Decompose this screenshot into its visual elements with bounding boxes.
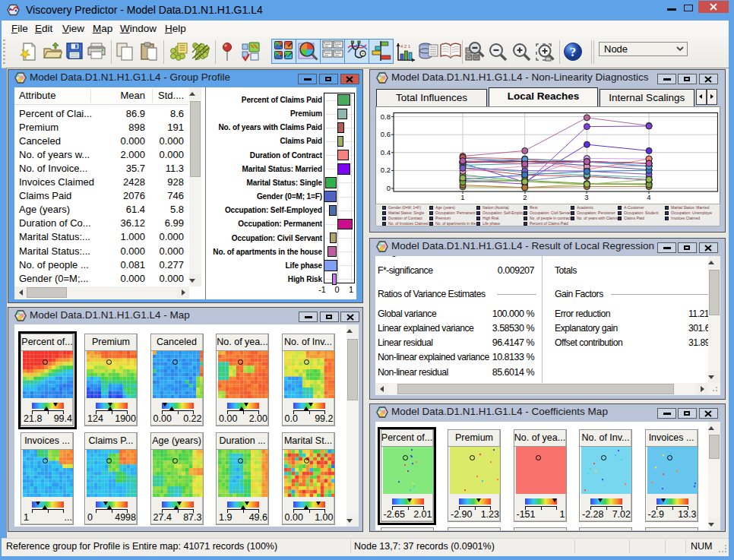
svg-text:0.8: 0.8	[381, 112, 391, 121]
svg-text:4 2 1: 4 2 1	[400, 44, 411, 49]
svg-text:0: 0	[387, 184, 391, 192]
svg-text:0.4: 0.4	[381, 148, 391, 157]
svg-text:4: 4	[647, 193, 650, 201]
svg-text:2: 2	[523, 193, 527, 201]
svg-text:?: ?	[570, 45, 577, 59]
svg-text:0.6: 0.6	[381, 130, 391, 138]
svg-text:1: 1	[460, 193, 464, 201]
svg-text:0.2: 0.2	[381, 166, 391, 174]
svg-text:3: 3	[584, 193, 588, 201]
